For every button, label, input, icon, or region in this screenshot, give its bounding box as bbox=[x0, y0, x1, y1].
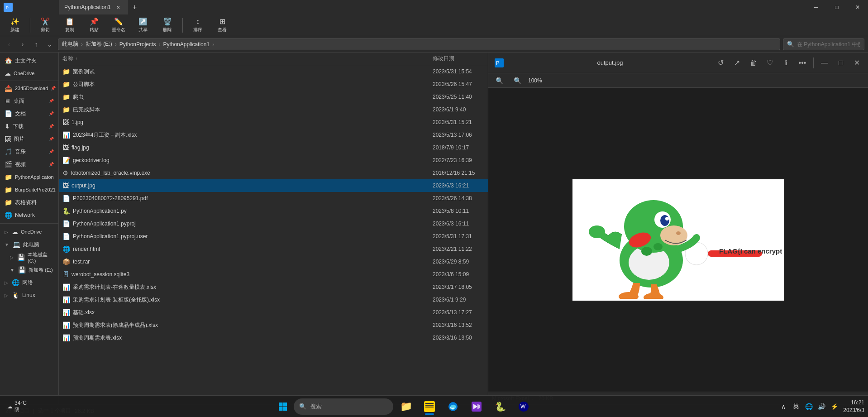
file-row[interactable]: 🐍 PythonApplication1.py 2023/5/8 10:11 bbox=[59, 205, 488, 217]
file-row[interactable]: 📄 PythonApplication1.pyproj 2023/6/3 16:… bbox=[59, 217, 488, 230]
volume-icon[interactable]: 🔊 bbox=[816, 401, 827, 412]
sidebar-item-table[interactable]: 📁 表格资料 bbox=[1, 196, 57, 209]
sidebar-item-docs[interactable]: 📄 文档 📌 bbox=[1, 107, 57, 120]
sidebar-item-edrive[interactable]: ▼ 💾 新加卷 (E:) bbox=[1, 264, 57, 276]
lang-btn[interactable]: 英 bbox=[791, 401, 801, 412]
search-box[interactable]: 🔍 bbox=[783, 38, 864, 50]
back-btn[interactable]: ‹ bbox=[4, 39, 14, 50]
preview-more-btn[interactable]: ••• bbox=[795, 56, 810, 70]
preview-favorite-btn[interactable]: ♡ bbox=[763, 56, 777, 70]
sidebar-item-desktop[interactable]: 🖥 桌面 📌 bbox=[1, 95, 57, 107]
sidebar-item-linux[interactable]: ▷ 🐧 Linux bbox=[1, 289, 57, 302]
sidebar-item-downloads[interactable]: ⬇ 下载 📌 bbox=[1, 120, 57, 133]
preview-close-panel-btn[interactable]: — bbox=[817, 56, 832, 70]
close-btn[interactable]: ✕ bbox=[847, 0, 868, 14]
path-segment-3[interactable]: PythonProjects bbox=[119, 41, 156, 48]
taskbar-app-files[interactable] bbox=[419, 398, 440, 416]
sidebar-item-home[interactable]: 🏠 主文件夹 bbox=[1, 54, 57, 67]
file-row[interactable]: 🗄 werobot_session.sqlite3 2023/3/6 15:09 bbox=[59, 268, 488, 281]
file-row[interactable]: 📊 2023年4月工资－副本.xlsx 2023/5/13 17:06 bbox=[59, 129, 488, 141]
preview-rotate-btn[interactable]: ↺ bbox=[714, 56, 728, 70]
file-row[interactable]: ⚙ lobotomized_lsb_oracle.vmp.exe 2016/12… bbox=[59, 167, 488, 179]
sidebar-item-onedrive-top[interactable]: ☁ OneDrive bbox=[1, 67, 57, 80]
taskbar-app-win11[interactable]: W bbox=[513, 398, 534, 416]
file-row[interactable]: 📦 test.rar 2023/5/29 8:59 bbox=[59, 255, 488, 268]
file-row-selected[interactable]: 🖼 output.jpg 2023/6/3 16:21 bbox=[59, 179, 488, 192]
file-row[interactable]: 🌐 render.html 2023/2/21 11:22 bbox=[59, 243, 488, 255]
svg-point-12 bbox=[676, 231, 681, 235]
network-tray-icon[interactable]: 🌐 bbox=[803, 401, 814, 412]
copy-btn[interactable]: 📋 复制 bbox=[58, 17, 81, 34]
file-row[interactable]: 📁 案例测试 2023/5/31 15:54 bbox=[59, 65, 488, 78]
battery-icon[interactable]: ⚡ bbox=[829, 401, 839, 412]
preview-maximize-btn[interactable]: □ bbox=[834, 56, 848, 70]
zoom-out-btn[interactable]: 🔍 bbox=[492, 73, 506, 88]
start-btn[interactable] bbox=[274, 398, 292, 416]
cut-btn[interactable]: ✂️ 剪切 bbox=[34, 17, 57, 34]
taskbar-app-explorer[interactable]: 📁 bbox=[395, 398, 417, 416]
file-row[interactable]: 📊 预测周期需求表.xlsx 2023/3/16 13:50 bbox=[59, 331, 488, 344]
file-row[interactable]: 📝 geckodriver.log 2022/7/23 16:39 bbox=[59, 154, 488, 167]
file-row[interactable]: 🖼 flag.jpg 2018/7/9 10:17 bbox=[59, 141, 488, 154]
file-row[interactable]: 📊 预测周期需求表(除成品半成品).xlsx 2023/3/16 13:52 bbox=[59, 319, 488, 331]
path-segment-1[interactable]: 此电脑 bbox=[62, 40, 78, 48]
sidebar-item-network2[interactable]: ▷ 🌐 网络 bbox=[1, 276, 57, 289]
taskbar-app-vs[interactable] bbox=[466, 398, 487, 416]
sidebar-item-thispc[interactable]: ▼ 💻 此电脑 bbox=[1, 238, 57, 251]
taskbar-search[interactable]: 🔍 搜索 bbox=[294, 398, 393, 415]
preview-sep bbox=[813, 58, 814, 68]
sidebar-item-onedrive2[interactable]: ▷ ☁ OneDrive bbox=[1, 225, 57, 238]
rename-btn[interactable]: ✏️ 重命名 bbox=[107, 17, 130, 34]
sidebar-item-burp[interactable]: 📁 BurpSuitePro2021 bbox=[1, 183, 57, 196]
up-btn[interactable]: ↑ bbox=[31, 39, 42, 50]
taskbar-app-edge[interactable] bbox=[442, 398, 464, 416]
tray-expand-btn[interactable]: ∧ bbox=[778, 401, 789, 412]
col-name-header[interactable]: 名称 ↑ bbox=[59, 55, 429, 62]
sidebar-item-cdrive[interactable]: ▷ 💾 本地磁盘 (C:) bbox=[1, 251, 57, 264]
delete-btn[interactable]: 🗑️ 删除 bbox=[156, 17, 179, 34]
zoom-in-btn[interactable]: 🔍 bbox=[510, 73, 525, 88]
paste-btn[interactable]: 📌 粘贴 bbox=[83, 17, 105, 34]
file-row[interactable]: 🖼 1.jpg 2023/5/31 15:21 bbox=[59, 116, 488, 129]
file-row[interactable]: 📊 基础.xlsx 2023/5/13 17:27 bbox=[59, 306, 488, 319]
col-date-header[interactable]: 修改日期 bbox=[429, 55, 488, 62]
sidebar-item-2345[interactable]: 📥 2345Download 📌 bbox=[1, 82, 57, 95]
path-segment-2[interactable]: 新加卷 (E:) bbox=[86, 40, 112, 48]
file-row[interactable]: 📊 采购需求计划表-在途数量模表.xlsx 2023/3/17 18:05 bbox=[59, 281, 488, 293]
weather-widget[interactable]: ☁ 34°C 阴 bbox=[4, 400, 30, 413]
sidebar-network-label: Network bbox=[15, 212, 35, 218]
sidebar-item-video[interactable]: 🎬 视频 📌 bbox=[1, 158, 57, 171]
sidebar-item-pyapp[interactable]: 📁 PythonApplicaton bbox=[1, 171, 57, 183]
preview-share-btn[interactable]: ↗ bbox=[730, 56, 744, 70]
preview-close-btn[interactable]: ✕ bbox=[850, 56, 864, 70]
tab-close-btn[interactable]: ✕ bbox=[114, 4, 122, 11]
file-date-cell: 2023/5/31 15:54 bbox=[429, 68, 488, 75]
sort-btn[interactable]: ↕️ 排序 bbox=[186, 17, 209, 34]
path-segment-4[interactable]: PythonApplication1 bbox=[163, 41, 210, 48]
file-row[interactable]: 📁 爬虫 2023/5/25 11:40 bbox=[59, 91, 488, 103]
system-clock[interactable]: 16:21 2023/6/3 bbox=[843, 399, 864, 414]
sidebar-item-network[interactable]: 🌐 Network bbox=[1, 209, 57, 221]
share-btn[interactable]: ↗️ 共享 bbox=[132, 17, 154, 34]
file-row[interactable]: 📁 已完成脚本 2023/6/1 9:40 bbox=[59, 103, 488, 116]
svg-text:P: P bbox=[6, 5, 9, 10]
address-path[interactable]: 此电脑 › 新加卷 (E:) › PythonProjects › Python… bbox=[58, 38, 780, 50]
view-btn[interactable]: ⊞ 查看 bbox=[211, 17, 234, 34]
new-tab-btn[interactable]: + bbox=[128, 0, 142, 14]
search-input[interactable] bbox=[797, 41, 860, 48]
taskbar-app-python[interactable]: 🐍 bbox=[489, 398, 511, 416]
file-row[interactable]: 📁 公司脚本 2023/5/26 15:47 bbox=[59, 78, 488, 91]
sidebar-item-music[interactable]: 🎵 音乐 📌 bbox=[1, 145, 57, 158]
file-row[interactable]: 📊 采购需求计划表-装柜版(全托版).xlsx 2023/6/1 9:29 bbox=[59, 293, 488, 306]
sidebar-item-pictures[interactable]: 🖼 图片 📌 bbox=[1, 133, 57, 145]
file-row[interactable]: 📄 PythonApplication1.pyproj.user 2023/5/… bbox=[59, 230, 488, 243]
recent-btn[interactable]: ⌄ bbox=[44, 39, 55, 50]
preview-info-btn[interactable]: ℹ bbox=[779, 56, 793, 70]
preview-delete-btn[interactable]: 🗑 bbox=[746, 56, 761, 70]
forward-btn[interactable]: › bbox=[17, 39, 28, 50]
active-tab[interactable]: PythonApplication1 ✕ bbox=[59, 0, 128, 14]
minimize-btn[interactable]: ─ bbox=[806, 0, 826, 14]
file-row[interactable]: 📄 P202304080072-28095291.pdf 2023/5/26 1… bbox=[59, 192, 488, 205]
new-btn[interactable]: ✨ 新建 bbox=[4, 17, 26, 34]
maximize-btn[interactable]: □ bbox=[826, 0, 847, 14]
